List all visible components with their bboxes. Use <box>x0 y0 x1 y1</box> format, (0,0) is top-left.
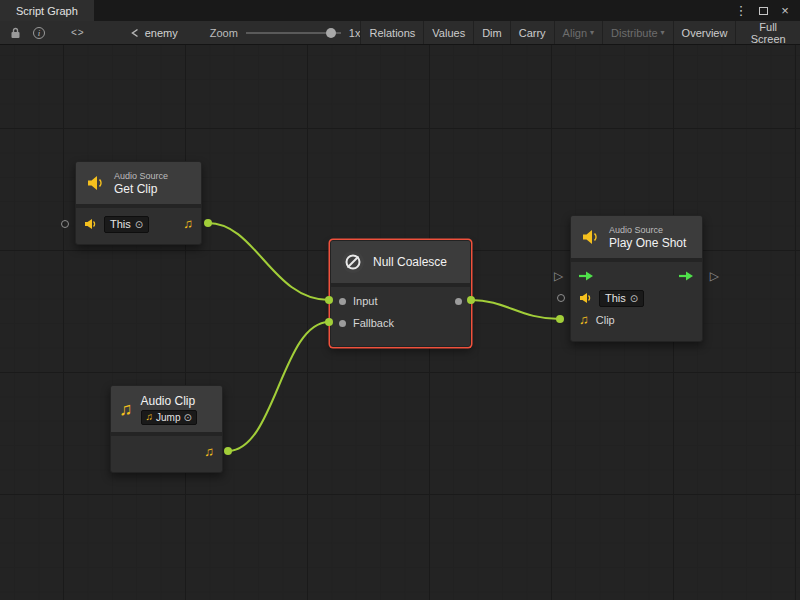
zoom-slider[interactable] <box>246 26 341 40</box>
audio-clip-icon: ♫ <box>183 217 193 231</box>
speaker-icon <box>84 218 97 230</box>
object-picker-icon[interactable]: ⊙ <box>183 412 191 423</box>
node-title: Audio Clip <box>141 394 197 408</box>
relations-button[interactable]: Relations <box>360 21 423 44</box>
zoom-label: Zoom <box>210 27 238 39</box>
zoom-control: Zoom 1x <box>210 26 361 40</box>
node-body: This ⊙ ♫ Clip <box>571 262 702 341</box>
values-button[interactable]: Values <box>423 21 473 44</box>
fallback-label: Fallback <box>353 317 394 329</box>
audio-source-icon <box>581 228 601 246</box>
result-output-port[interactable] <box>455 298 462 305</box>
align-button[interactable]: Align ▾ <box>554 21 602 44</box>
fullscreen-button[interactable]: Full Screen <box>735 21 800 44</box>
graph-name: enemy <box>145 27 178 39</box>
code-glyph: <> <box>71 27 85 38</box>
node-title: Null Coalesce <box>373 255 447 269</box>
clip-field-value: Jump <box>156 412 180 423</box>
node-body: This ⊙ ♫ <box>76 208 201 244</box>
object-picker-icon[interactable]: ⊙ <box>630 293 638 304</box>
port-row-output: ♫ <box>111 440 222 464</box>
this-field-value: This <box>110 218 131 230</box>
distribute-button[interactable]: Distribute ▾ <box>602 21 672 44</box>
port-row-fallback: Fallback <box>331 312 470 334</box>
node-header: Audio Source Play One Shot <box>571 216 702 258</box>
flow-in-arrow-icon[interactable] <box>579 271 594 281</box>
this-object-field[interactable]: This ⊙ <box>104 216 149 233</box>
align-label: Align <box>563 27 587 39</box>
graph-toolbar: i <> enemy Zoom 1x Relations Values Dim … <box>0 21 800 45</box>
wire-audioclip-to-fallback <box>228 322 329 451</box>
overview-button[interactable]: Overview <box>673 21 736 44</box>
node-audio-clip-literal[interactable]: ♫ Audio Clip ♫ Jump ⊙ ♫ <box>110 385 223 473</box>
input-label: Input <box>353 295 377 307</box>
flow-out-port[interactable]: ▷ <box>710 270 719 282</box>
node-header: Null Coalesce <box>331 241 470 283</box>
code-view-icon[interactable]: <> <box>65 21 91 45</box>
fallback-port[interactable] <box>339 320 346 327</box>
lock-glyph <box>10 27 21 39</box>
node-titles: Audio Source Get Clip <box>114 171 168 196</box>
dim-button[interactable]: Dim <box>473 21 510 44</box>
zoom-value: 1x <box>349 27 361 39</box>
node-audio-source-play-one-shot[interactable]: Audio Source Play One Shot <box>570 215 703 342</box>
node-subtitle: Audio Source <box>114 171 168 182</box>
null-coalesce-icon <box>341 250 365 274</box>
toolbar-buttons: Relations Values Dim Carry Align ▾ Distr… <box>360 21 800 44</box>
chevron-down-icon: ▾ <box>590 28 594 37</box>
clip-object-field[interactable]: ♫ Jump ⊙ <box>141 410 197 425</box>
window-controls: ⋮ × <box>734 0 800 21</box>
tab-bar: Script Graph ⋮ × <box>0 0 800 21</box>
info-icon[interactable]: i <box>27 21 51 45</box>
node-header: ♫ Audio Clip ♫ Jump ⊙ <box>111 386 222 432</box>
port-row-target: This ⊙ ♫ <box>76 212 201 236</box>
audio-clip-icon: ♫ <box>119 400 133 418</box>
chevron-down-icon: ▾ <box>661 28 665 37</box>
target-input-port[interactable] <box>61 220 69 228</box>
port-row-target: This ⊙ <box>571 287 702 309</box>
tab-title: Script Graph <box>16 5 78 17</box>
menu-icon[interactable]: ⋮ <box>734 0 748 21</box>
wire-endpoint <box>204 219 212 227</box>
breadcrumb[interactable]: enemy <box>129 27 178 39</box>
node-titles: Audio Source Play One Shot <box>609 225 686 250</box>
clip-label: Clip <box>596 314 615 326</box>
wire-getclip-to-input <box>208 223 329 300</box>
distribute-label: Distribute <box>611 27 657 39</box>
port-row-input: Input <box>331 290 470 312</box>
tab-script-graph[interactable]: Script Graph <box>0 0 94 21</box>
node-subtitle: Audio Source <box>609 225 686 236</box>
info-glyph: i <box>33 27 45 39</box>
audio-clip-icon: ♫ <box>579 313 589 327</box>
node-null-coalesce[interactable]: Null Coalesce Input Fallback <box>330 240 471 347</box>
graph-back-icon <box>129 27 140 39</box>
speaker-icon <box>579 292 592 304</box>
zoom-slider-handle[interactable] <box>326 28 336 38</box>
this-object-field[interactable]: This ⊙ <box>599 290 644 307</box>
node-audio-source-get-clip[interactable]: Audio Source Get Clip This ⊙ ♫ <box>75 161 202 245</box>
node-title: Play One Shot <box>609 236 686 250</box>
audio-clip-icon: ♫ <box>204 445 214 459</box>
target-input-port[interactable] <box>557 294 565 302</box>
port-row-control-flow <box>571 265 702 287</box>
flow-in-port[interactable]: ▷ <box>554 270 563 282</box>
node-body: ♫ <box>111 436 222 472</box>
flow-out-arrow-icon[interactable] <box>679 271 694 281</box>
lock-icon[interactable] <box>4 21 27 45</box>
wire-result-to-clip <box>471 300 560 319</box>
graph-canvas[interactable]: Audio Source Get Clip This ⊙ ♫ <box>0 45 800 600</box>
port-row-clip: ♫ Clip <box>571 309 702 331</box>
audio-clip-icon: ♫ <box>146 412 154 422</box>
object-picker-icon[interactable]: ⊙ <box>135 219 143 230</box>
this-field-value: This <box>605 292 626 304</box>
close-icon[interactable]: × <box>778 0 792 21</box>
node-body: Input Fallback <box>331 287 470 346</box>
input-port[interactable] <box>339 298 346 305</box>
wire-endpoint <box>556 315 564 323</box>
unity-script-graph-window: Script Graph ⋮ × i <> enemy Zoom <box>0 0 800 600</box>
maximize-glyph <box>759 7 768 15</box>
node-title: Get Clip <box>114 182 168 196</box>
audio-source-icon <box>86 174 106 192</box>
carry-button[interactable]: Carry <box>510 21 554 44</box>
maximize-icon[interactable] <box>756 0 770 21</box>
